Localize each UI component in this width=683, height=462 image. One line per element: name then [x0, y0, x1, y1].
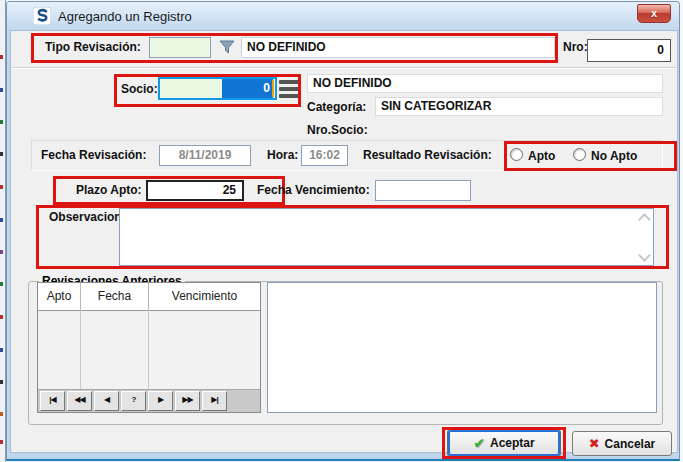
nav-fast-rewind-button[interactable]: ◀◀ — [67, 391, 92, 411]
categoria-field: SIN CATEGORIZAR — [375, 97, 663, 116]
close-icon: x — [651, 7, 657, 19]
observaciones-textarea[interactable] — [119, 208, 654, 266]
socio-input[interactable]: 0 — [158, 77, 277, 100]
cancelar-button-label: Cancelar — [605, 437, 656, 451]
fecha-revisacion-field: 8/11/2019 — [159, 145, 251, 166]
grid-navigator: |◀ ◀◀ ◀ ? ▶ ▶▶ ▶| — [38, 389, 260, 412]
socio-name-field: NO DEFINIDO — [307, 74, 663, 93]
nav-last-button[interactable]: ▶| — [202, 391, 227, 411]
text-caret — [272, 80, 274, 97]
plazo-apto-field[interactable]: 25 — [146, 180, 244, 201]
grid-column-fecha: Fecha — [81, 283, 149, 310]
socio-label: Socio: — [121, 82, 158, 96]
radio-no-apto[interactable] — [573, 148, 586, 161]
socio-lookup-menu-icon[interactable] — [279, 80, 301, 101]
nav-next-button[interactable]: ▶ — [148, 391, 173, 411]
screenshot-root: Agregando un Registro x Tipo Revisación:… — [0, 0, 683, 462]
nro-label: Nro: — [563, 40, 588, 54]
radio-apto-label: Apto — [528, 149, 555, 163]
revisaciones-detail-panel — [267, 282, 657, 413]
hora-field: 16:02 — [301, 145, 348, 166]
nro-socio-label: Nro.Socio: — [307, 123, 368, 137]
nro-field[interactable]: 0 — [587, 39, 671, 62]
radio-no-apto-label: No Apto — [591, 149, 637, 163]
nav-help-button[interactable]: ? — [121, 391, 146, 411]
aceptar-button[interactable]: ✔ Aceptar — [448, 430, 560, 456]
window-title: Agregando un Registro — [58, 9, 192, 24]
tipo-revisacion-name-field: NO DEFINIDO — [241, 37, 555, 58]
resultado-revisacion-label: Resultado Revisación: — [363, 148, 492, 162]
cancelar-button[interactable]: ✖ Cancelar — [572, 431, 672, 456]
aceptar-button-label: Aceptar — [490, 436, 535, 450]
close-button[interactable]: x — [637, 4, 671, 23]
check-icon: ✔ — [473, 435, 485, 451]
nav-first-button[interactable]: |◀ — [40, 391, 65, 411]
grid-column-apto: Apto — [38, 283, 81, 310]
fecha-revisacion-label: Fecha Revisación: — [41, 148, 146, 162]
revisaciones-grid[interactable]: Apto Fecha Vencimiento |◀ ◀◀ ◀ ? ▶ ▶▶ ▶| — [37, 282, 261, 413]
nav-prev-button[interactable]: ◀ — [94, 391, 119, 411]
radio-apto[interactable] — [510, 148, 523, 161]
nav-fast-forward-button[interactable]: ▶▶ — [175, 391, 200, 411]
socio-input-selection: 0 — [222, 79, 273, 98]
plazo-apto-label: Plazo Apto: — [76, 183, 142, 197]
grid-column-vencimiento: Vencimiento — [149, 283, 260, 310]
separator-line — [12, 67, 676, 69]
fecha-vencimiento-label: Fecha Vencimiento: — [257, 183, 370, 197]
titlebar[interactable]: Agregando un Registro x — [7, 2, 679, 30]
tipo-revisacion-label: Tipo Revisación: — [45, 40, 141, 54]
dialog-agregando-registro: Agregando un Registro x Tipo Revisación:… — [6, 1, 680, 461]
hora-label: Hora: — [267, 148, 298, 162]
grid-gridline — [80, 310, 81, 390]
grid-header-row: Apto Fecha Vencimiento — [38, 283, 260, 311]
x-icon: ✖ — [589, 436, 600, 451]
fecha-vencimiento-field[interactable] — [375, 180, 471, 201]
app-logo-icon — [33, 7, 51, 25]
filter-funnel-icon[interactable] — [219, 39, 235, 55]
grid-gridline — [148, 310, 149, 390]
tipo-revisacion-code-input[interactable] — [149, 37, 211, 58]
categoria-label: Categoría: — [307, 100, 366, 114]
